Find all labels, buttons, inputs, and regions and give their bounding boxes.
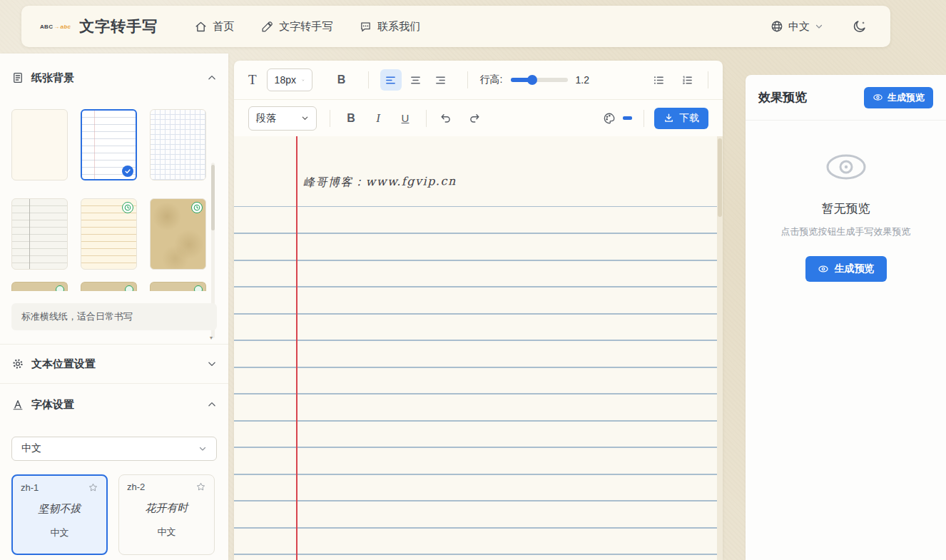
font-settings-section-header[interactable]: 字体设置 xyxy=(11,394,217,414)
nav-item-home[interactable]: 首页 xyxy=(195,20,234,34)
star-icon[interactable] xyxy=(195,482,206,492)
font-card-zh-1[interactable]: zh-1 坚韧不拔 中文 xyxy=(11,474,108,555)
preview-empty-state: 暂无预览 点击预览按钮生成手写效果预览 生成预览 xyxy=(746,121,946,282)
paper-thumb-cream-lined[interactable] xyxy=(81,198,137,270)
paper-description: 标准横线纸，适合日常书写 xyxy=(11,303,217,330)
section-title: 纸张背景 xyxy=(31,71,200,85)
handwriting-text[interactable]: 峰哥博客：www.fgvip.cn xyxy=(303,174,457,190)
generate-preview-label: 生成预览 xyxy=(835,263,875,275)
nav-item-label: 首页 xyxy=(213,20,234,34)
text-color-button[interactable] xyxy=(599,108,620,129)
line-height-slider[interactable] xyxy=(511,78,568,82)
nav-item-handwriting[interactable]: 文字转手写 xyxy=(261,20,332,34)
empty-state-title: 暂无预览 xyxy=(822,200,870,217)
align-right-button[interactable] xyxy=(430,69,452,91)
thumbnail-scrollbar-thumb[interactable] xyxy=(211,165,215,230)
empty-state-description: 点击预览按钮生成手写效果预览 xyxy=(770,225,922,239)
download-button[interactable]: 下载 xyxy=(654,108,708,129)
dark-mode-toggle[interactable] xyxy=(852,19,868,34)
bold-button[interactable]: B xyxy=(340,108,362,129)
text-position-section-header[interactable]: 文本位置设置 xyxy=(11,354,217,374)
paper-description-text: 标准横线纸，适合日常书写 xyxy=(21,310,133,323)
divider xyxy=(708,71,708,88)
clock-badge-icon xyxy=(56,285,64,291)
download-icon xyxy=(663,113,674,123)
undo-icon xyxy=(439,112,452,125)
font-language-select[interactable]: 中文 xyxy=(11,437,217,461)
numbered-list-button[interactable] xyxy=(676,69,698,91)
paper-thumb-grid[interactable] xyxy=(150,109,206,180)
globe-icon xyxy=(770,20,783,33)
font-preview-text: 坚韧不拔 xyxy=(21,502,98,516)
section-title: 字体设置 xyxy=(31,398,200,412)
palette-icon xyxy=(603,112,616,125)
eye-icon xyxy=(818,263,829,275)
undo-button[interactable] xyxy=(435,108,457,129)
redo-button[interactable] xyxy=(464,108,485,129)
generate-preview-button-large[interactable]: 生成预览 xyxy=(805,256,887,282)
paper-background-section-header[interactable]: 纸张背景 xyxy=(11,68,217,88)
scrollbar-down-arrow-icon[interactable]: ▾ xyxy=(210,335,213,341)
current-color-swatch[interactable] xyxy=(623,116,632,120)
text-size-icon: T xyxy=(248,72,257,88)
download-label: 下载 xyxy=(679,112,699,125)
paper-thumb-lined-selected[interactable] xyxy=(81,109,137,180)
clock-badge-icon xyxy=(191,202,203,213)
align-center-button[interactable] xyxy=(405,69,427,91)
font-icon xyxy=(11,398,24,411)
nav-item-contact[interactable]: 联系我们 xyxy=(360,20,420,34)
align-right-icon xyxy=(434,74,447,86)
preview-panel: 效果预览 生成预览 暂无预览 点击预览按钮生成手写效果预览 生成预览 xyxy=(746,75,946,560)
chevron-down-icon xyxy=(301,114,309,122)
underline-button[interactable]: U xyxy=(395,108,416,129)
line-height-label: 行高: xyxy=(480,73,503,86)
chevron-up-icon xyxy=(207,399,217,409)
clock-badge-icon xyxy=(122,202,133,213)
chevron-down-icon xyxy=(302,76,305,84)
font-size-select[interactable]: 18px xyxy=(267,68,312,91)
align-left-button[interactable] xyxy=(380,69,402,91)
editor-scrollbar-track xyxy=(717,136,723,560)
navbar: ABC→abc 文字转手写 首页 文字转手写 联系我们 中文 xyxy=(21,6,890,47)
nav-item-label: 联系我们 xyxy=(377,20,420,34)
bullet-list-button[interactable] xyxy=(648,69,669,91)
generate-preview-label: 生成预览 xyxy=(887,91,925,104)
editor-scrollbar-thumb[interactable] xyxy=(718,138,722,217)
paper-ruled-lines xyxy=(234,206,717,560)
app-logo[interactable]: ABC→abc xyxy=(40,24,71,30)
generate-preview-button[interactable]: 生成预览 xyxy=(864,87,933,108)
align-center-icon xyxy=(410,74,422,86)
paragraph-format-select[interactable]: 段落 xyxy=(248,106,317,131)
preview-title: 效果预览 xyxy=(758,89,864,106)
underline-glyph: U xyxy=(402,112,410,124)
main-nav: 首页 文字转手写 联系我们 xyxy=(195,20,420,34)
slider-thumb[interactable] xyxy=(527,75,537,85)
bullet-list-icon xyxy=(653,74,665,86)
divider xyxy=(0,344,228,345)
editor-toolbar-row1: T 18px B 行高: 1.2 xyxy=(234,61,723,99)
paper-thumb-partial[interactable] xyxy=(150,282,206,291)
paper-thumb-partial[interactable] xyxy=(81,282,137,291)
paper-thumb-partial[interactable] xyxy=(11,282,68,291)
language-switcher[interactable]: 中文 xyxy=(770,20,823,34)
bold-button[interactable]: B xyxy=(331,69,352,91)
font-language-value: 中文 xyxy=(21,442,41,455)
star-icon[interactable] xyxy=(88,482,98,493)
clock-badge-icon xyxy=(194,285,203,291)
font-card-language: 中文 xyxy=(127,526,206,539)
home-icon xyxy=(195,21,207,33)
preview-header: 效果预览 生成预览 xyxy=(746,75,946,121)
language-label: 中文 xyxy=(788,20,810,34)
eye-icon xyxy=(873,92,883,103)
divider xyxy=(467,71,468,88)
font-card-zh-2[interactable]: zh-2 花开有时 中文 xyxy=(118,474,215,555)
paper-thumb-vintage[interactable] xyxy=(150,198,206,270)
paper-thumb-blank[interactable] xyxy=(11,109,68,180)
italic-glyph: I xyxy=(376,111,380,126)
italic-button[interactable]: I xyxy=(367,108,389,129)
logo-abc-handwritten: abc xyxy=(61,24,71,30)
paper-canvas[interactable]: 峰哥博客：www.fgvip.cn xyxy=(234,136,723,560)
chevron-up-icon xyxy=(207,73,217,83)
paper-thumb-ruled[interactable] xyxy=(11,198,68,270)
gear-icon xyxy=(11,357,24,370)
